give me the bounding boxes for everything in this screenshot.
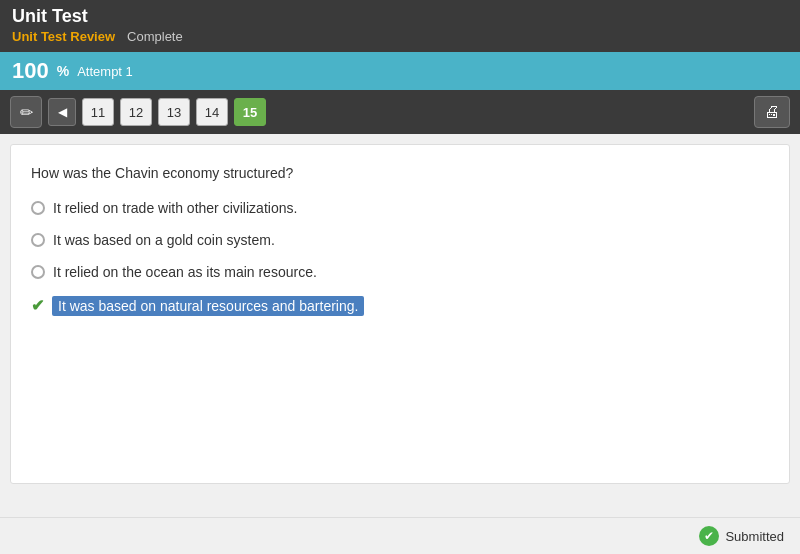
submitted-badge: ✔ Submitted xyxy=(699,526,784,546)
print-icon: 🖨 xyxy=(764,103,780,121)
attempt-label: Attempt 1 xyxy=(77,64,133,79)
page-title: Unit Test xyxy=(12,6,788,27)
answer-text-1: It relied on trade with other civilizati… xyxy=(53,200,297,216)
page-button-14[interactable]: 14 xyxy=(196,98,228,126)
header-subtitle: Unit Test Review Complete xyxy=(12,29,788,44)
answer-text-4: It was based on natural resources and ba… xyxy=(52,296,364,316)
answer-option-4: ✔ It was based on natural resources and … xyxy=(31,293,769,319)
question-text: How was the Chavin economy structured? xyxy=(31,165,769,181)
review-link[interactable]: Unit Test Review xyxy=(12,29,115,44)
checkmark-icon: ✔ xyxy=(31,296,44,315)
arrow-left-icon: ◀ xyxy=(58,105,67,119)
submitted-icon: ✔ xyxy=(699,526,719,546)
submitted-label: Submitted xyxy=(725,529,784,544)
prev-page-button[interactable]: ◀ xyxy=(48,98,76,126)
score-bar: 100 % Attempt 1 xyxy=(0,52,800,90)
score-value: 100 xyxy=(12,58,49,84)
answer-option-2: It was based on a gold coin system. xyxy=(31,229,769,251)
radio-3[interactable] xyxy=(31,265,45,279)
main-content: How was the Chavin economy structured? I… xyxy=(10,144,790,484)
answer-text-3: It relied on the ocean as its main resou… xyxy=(53,264,317,280)
answer-option-1: It relied on trade with other civilizati… xyxy=(31,197,769,219)
pencil-button[interactable]: ✏ xyxy=(10,96,42,128)
radio-2[interactable] xyxy=(31,233,45,247)
page-button-11[interactable]: 11 xyxy=(82,98,114,126)
page-button-13[interactable]: 13 xyxy=(158,98,190,126)
header: Unit Test Unit Test Review Complete xyxy=(0,0,800,52)
pencil-icon: ✏ xyxy=(20,103,33,122)
footer: ✔ Submitted xyxy=(0,517,800,554)
toolbar-left: ✏ ◀ 11 12 13 14 15 xyxy=(10,96,266,128)
answer-text-2: It was based on a gold coin system. xyxy=(53,232,275,248)
check-submitted-icon: ✔ xyxy=(704,529,714,543)
radio-1[interactable] xyxy=(31,201,45,215)
status-label: Complete xyxy=(127,29,183,44)
answer-option-3: It relied on the ocean as its main resou… xyxy=(31,261,769,283)
print-button[interactable]: 🖨 xyxy=(754,96,790,128)
page-button-12[interactable]: 12 xyxy=(120,98,152,126)
score-percent: % xyxy=(57,63,69,79)
toolbar: ✏ ◀ 11 12 13 14 15 🖨 xyxy=(0,90,800,134)
page-button-15[interactable]: 15 xyxy=(234,98,266,126)
